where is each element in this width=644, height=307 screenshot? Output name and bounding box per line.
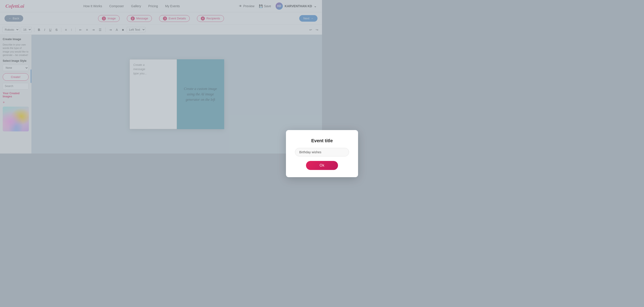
event-title-modal: Event title Ok [286,130,322,154]
event-title-input[interactable] [295,148,322,154]
modal-title: Event title [311,138,322,143]
modal-overlay: Event title Ok [0,0,322,154]
